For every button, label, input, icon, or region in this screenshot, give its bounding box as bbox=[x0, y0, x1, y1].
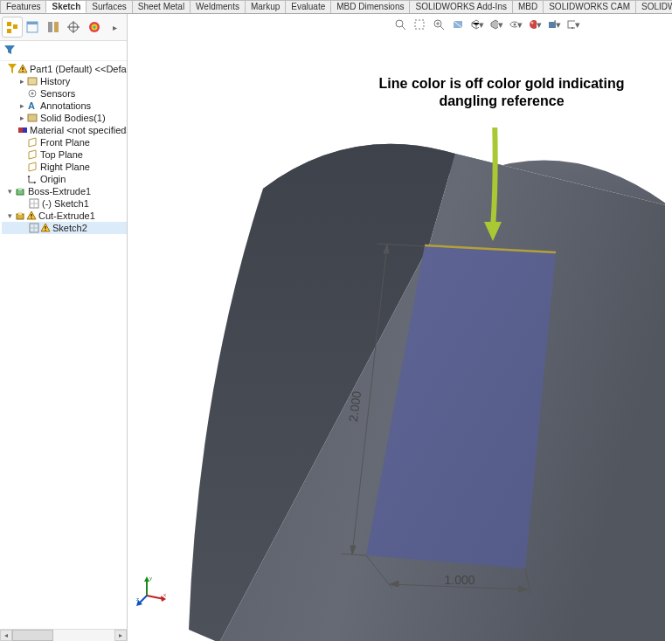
svg-rect-16 bbox=[28, 114, 37, 121]
scroll-right-button[interactable]: ▸ bbox=[114, 630, 127, 641]
svg-rect-3 bbox=[54, 22, 59, 32]
tree-feature-sketch2[interactable]: Sketch2 bbox=[2, 222, 127, 234]
svg-rect-47 bbox=[568, 21, 575, 28]
svg-point-14 bbox=[31, 93, 34, 95]
tab-mbd[interactable]: MBD bbox=[512, 0, 544, 13]
command-manager-tabs: Features Sketch Surfaces Sheet Metal Wel… bbox=[0, 0, 672, 14]
heads-up-toolbar: ▾ ▾ ▾ ▾ ▾ ▾ bbox=[390, 16, 584, 33]
view-orientation-icon[interactable]: ▾ bbox=[470, 17, 484, 31]
svg-rect-48 bbox=[572, 27, 573, 29]
svg-text:A: A bbox=[28, 100, 35, 111]
fm-tab-display-icon[interactable] bbox=[84, 17, 105, 38]
graphics-viewport[interactable]: ▾ ▾ ▾ ▾ ▾ ▾ Line color is off color gold… bbox=[128, 14, 672, 641]
tree-feature-cut-extrude[interactable]: ▾Cut-Extrude1 bbox=[2, 210, 127, 222]
tree-item-origin[interactable]: Origin bbox=[2, 173, 127, 185]
svg-rect-2 bbox=[48, 22, 52, 32]
tree-item-right-plane[interactable]: Right Plane bbox=[2, 161, 127, 173]
svg-rect-27 bbox=[18, 212, 22, 215]
tree-item-sensors[interactable]: Sensors bbox=[2, 87, 127, 100]
svg-rect-18 bbox=[23, 128, 27, 133]
svg-rect-33 bbox=[45, 226, 46, 229]
dimension-horizontal-value: 1.000 bbox=[444, 573, 475, 587]
scroll-left-button[interactable]: ◂ bbox=[0, 630, 12, 641]
view-settings-icon[interactable]: ▾ bbox=[566, 17, 580, 31]
svg-text:y: y bbox=[149, 576, 152, 581]
section-view-icon[interactable] bbox=[451, 17, 465, 31]
svg-rect-29 bbox=[31, 217, 32, 218]
sidebar-hscrollbar[interactable]: ◂ ▸ bbox=[0, 629, 127, 641]
fm-tab-overflow-icon[interactable]: ▸ bbox=[105, 17, 126, 38]
zoom-area-icon[interactable] bbox=[412, 17, 426, 31]
svg-rect-12 bbox=[28, 78, 37, 85]
fm-tab-config-icon[interactable] bbox=[43, 17, 64, 38]
tree-item-annotations[interactable]: ▸AAnnotations bbox=[2, 100, 127, 112]
tab-evaluate[interactable]: Evaluate bbox=[285, 0, 331, 13]
svg-line-36 bbox=[402, 26, 405, 30]
svg-text:z: z bbox=[136, 596, 139, 602]
display-style-icon[interactable]: ▾ bbox=[489, 17, 503, 31]
tab-features[interactable]: Features bbox=[0, 0, 46, 13]
tree-root-label: Part1 (Default) <<Default>_Displa bbox=[28, 64, 127, 74]
tab-surfaces[interactable]: Surfaces bbox=[86, 0, 132, 13]
view-triad[interactable]: y x z bbox=[135, 573, 170, 608]
fm-tab-property-icon[interactable] bbox=[23, 17, 44, 38]
svg-rect-34 bbox=[45, 230, 46, 231]
model-render: 2.000 1.000 bbox=[167, 128, 665, 641]
appearance-icon[interactable]: ▾ bbox=[528, 17, 542, 31]
tab-sw-cam[interactable]: SOLIDWORKS CAM bbox=[543, 0, 636, 13]
tab-weldments[interactable]: Weldments bbox=[190, 0, 246, 13]
svg-line-39 bbox=[440, 26, 444, 30]
svg-rect-11 bbox=[22, 71, 24, 72]
svg-rect-10 bbox=[22, 67, 24, 70]
tree-feature-sketch1[interactable]: (-) Sketch1 bbox=[2, 197, 127, 210]
svg-text:x: x bbox=[163, 592, 166, 597]
svg-point-9 bbox=[93, 26, 95, 29]
zoom-fit-icon[interactable] bbox=[393, 17, 407, 31]
tab-sketch[interactable]: Sketch bbox=[45, 0, 87, 13]
prev-view-icon[interactable] bbox=[432, 17, 446, 31]
tree-root[interactable]: Part1 (Default) <<Default>_Displa bbox=[2, 63, 127, 75]
svg-point-35 bbox=[396, 20, 403, 27]
svg-rect-22 bbox=[18, 188, 22, 190]
feature-manager-panel: ▸ Part1 (Default) <<Default>_Displa ▸His… bbox=[0, 14, 128, 641]
fm-tab-tree-icon[interactable] bbox=[2, 17, 23, 38]
filter-icon[interactable] bbox=[3, 45, 16, 55]
feature-manager-tabs: ▸ bbox=[0, 14, 127, 41]
tree-item-material[interactable]: Material <not specified> bbox=[2, 124, 127, 136]
tab-mbd-dimensions[interactable]: MBD Dimensions bbox=[330, 0, 410, 13]
tree-item-top-plane[interactable]: Top Plane bbox=[2, 148, 127, 161]
svg-rect-1 bbox=[27, 22, 38, 24]
svg-rect-17 bbox=[18, 128, 23, 133]
tree-item-history[interactable]: ▸History bbox=[2, 75, 127, 87]
svg-rect-28 bbox=[31, 214, 32, 217]
callout-text: Line color is off color gold indicating … bbox=[353, 75, 650, 110]
tree-item-solid-bodies[interactable]: ▸Solid Bodies(1) bbox=[2, 112, 127, 124]
fm-tab-dimxpert-icon[interactable] bbox=[64, 17, 85, 38]
tree-item-front-plane[interactable]: Front Plane bbox=[2, 136, 127, 148]
svg-rect-37 bbox=[415, 20, 424, 29]
tree-feature-boss-extrude[interactable]: ▾Boss-Extrude1 bbox=[2, 185, 127, 197]
tab-sw-addins[interactable]: SOLIDWORKS Add-Ins bbox=[409, 0, 512, 13]
tab-sw-cam-tbm[interactable]: SOLIDWORKS CAM TBM bbox=[635, 0, 672, 13]
feature-tree[interactable]: Part1 (Default) <<Default>_Displa ▸Histo… bbox=[0, 61, 127, 629]
svg-point-43 bbox=[530, 20, 537, 29]
tab-sheet-metal[interactable]: Sheet Metal bbox=[132, 0, 191, 13]
hide-show-icon[interactable]: ▾ bbox=[509, 17, 523, 31]
svg-point-44 bbox=[531, 22, 534, 24]
svg-point-42 bbox=[514, 24, 516, 26]
scroll-track[interactable] bbox=[12, 630, 114, 641]
filter-row bbox=[0, 41, 127, 61]
tab-markup[interactable]: Markup bbox=[245, 0, 286, 13]
scroll-thumb[interactable] bbox=[12, 630, 53, 641]
scene-icon[interactable]: ▾ bbox=[547, 17, 561, 31]
